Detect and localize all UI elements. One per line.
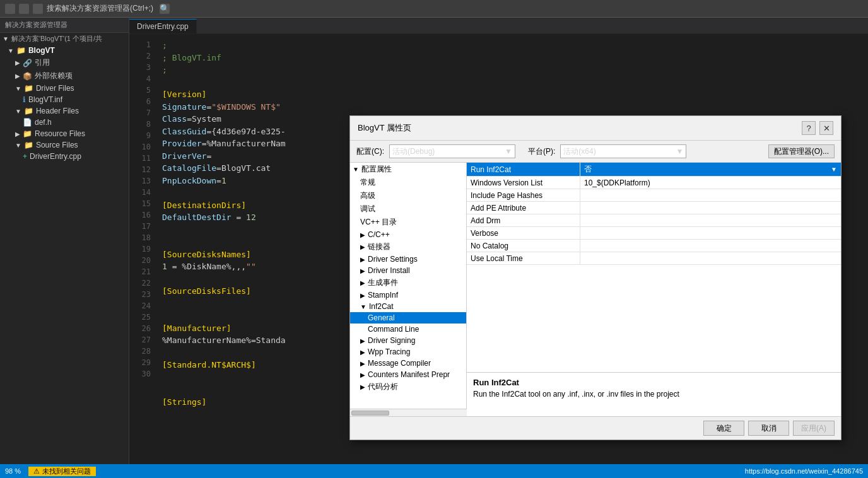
scrollbar-thumb: [351, 411, 389, 416]
tree-node-vc-dirs[interactable]: VC++ 目录: [350, 216, 466, 229]
prop-value-use-local-time: [580, 252, 841, 264]
dialog-overlay: BlogVT 属性页 ? ✕ 配置(C): 活动(Debug) ▼ 平台(P):…: [0, 0, 868, 478]
config-select-x64[interactable]: 活动(x64) ▼: [560, 144, 686, 158]
prop-row-use-local-time[interactable]: Use Local Time: [467, 252, 841, 265]
tree-node-linker[interactable]: ▶ 链接器: [350, 240, 466, 254]
prop-row-verbose[interactable]: Verbose: [467, 227, 841, 240]
tree-node-counters[interactable]: ▶ Counters Manifest Prepr: [350, 369, 466, 380]
tree-label-wpp: Wpp Tracing: [368, 347, 410, 356]
tree-node-driver-settings[interactable]: ▶ Driver Settings: [350, 254, 466, 265]
prop-name-windows-version: Windows Version List: [467, 177, 580, 189]
expand-icon-cpp: ▶: [360, 231, 365, 238]
tree-node-cpp[interactable]: ▶ C/C++: [350, 229, 466, 240]
prop-value-include-page-hashes: [580, 189, 841, 201]
config-value: 活动(Debug): [392, 146, 435, 157]
props-table: Run Inf2Cat 否 ▼ Windows Version List 10_…: [467, 163, 841, 372]
apply-button[interactable]: 应用(A): [793, 421, 835, 436]
prop-row-include-page-hashes[interactable]: Include Page Hashes: [467, 189, 841, 202]
tree-label-stampinf: StampInf: [368, 291, 398, 300]
tree-node-code-analysis[interactable]: ▶ 代码分析: [350, 380, 466, 393]
tree-label-config-props: 配置属性: [361, 164, 392, 175]
tree-label-msg-compiler: Message Compiler: [368, 359, 431, 368]
prop-name-add-drm: Add Drm: [467, 214, 580, 226]
tree-node-stampinf[interactable]: ▶ StampInf: [350, 289, 466, 301]
tree-node-build-events[interactable]: ▶ 生成事件: [350, 276, 466, 289]
prop-name-run-inf2cat: Run Inf2Cat: [467, 163, 580, 176]
tree-node-debug[interactable]: 调试: [350, 202, 466, 216]
prop-value-windows-version: 10_$(DDKPlatform): [580, 177, 841, 189]
tree-label-inf2cat: Inf2Cat: [369, 302, 394, 311]
prop-name-no-catalog: No Catalog: [467, 240, 580, 252]
prop-row-windows-version[interactable]: Windows Version List 10_$(DDKPlatform): [467, 177, 841, 189]
config-select-debug[interactable]: 活动(Debug) ▼: [389, 144, 515, 158]
expand-icon-counters: ▶: [360, 371, 365, 378]
dialog-props: Run Inf2Cat 否 ▼ Windows Version List 10_…: [467, 163, 841, 416]
tree-label-driver-install: Driver Install: [368, 266, 410, 275]
prop-name-verbose: Verbose: [467, 227, 580, 239]
properties-dialog: BlogVT 属性页 ? ✕ 配置(C): 活动(Debug) ▼ 平台(P):…: [349, 115, 842, 440]
tree-node-driver-install[interactable]: ▶ Driver Install: [350, 265, 466, 276]
expand-icon-stampinf: ▶: [360, 292, 365, 299]
tree-node-general[interactable]: 常规: [350, 176, 466, 189]
tree-node-msg-compiler[interactable]: ▶ Message Compiler: [350, 358, 466, 369]
dialog-title: BlogVT 属性页: [358, 122, 411, 134]
dialog-body: ▼ 配置属性 常规 高级 调试 VC++ 目录: [350, 163, 841, 416]
tree-node-general-inf2cat[interactable]: General: [350, 312, 466, 324]
tree-label-cpp: C/C++: [368, 230, 390, 239]
prop-value-verbose: [580, 227, 841, 239]
expand-icon-driver-signing: ▶: [360, 337, 365, 344]
prop-val-text-run-inf2cat: 否: [584, 164, 592, 175]
config-label: 配置(C):: [356, 146, 384, 157]
tree-node-config-props[interactable]: ▼ 配置属性: [350, 163, 466, 176]
expand-icon-linker: ▶: [360, 243, 365, 250]
tree-label-code-analysis: 代码分析: [368, 382, 398, 392]
platform-label: 平台(P):: [528, 146, 555, 157]
prop-value-no-catalog: [580, 240, 841, 252]
prop-row-no-catalog[interactable]: No Catalog: [467, 240, 841, 252]
prop-val-text-windows-version: 10_$(DDKPlatform): [584, 178, 650, 187]
ok-button[interactable]: 确定: [703, 421, 744, 436]
expand-icon-msg-compiler: ▶: [360, 360, 365, 367]
expand-icon-build-events: ▶: [360, 279, 365, 286]
prop-name-include-page-hashes: Include Page Hashes: [467, 189, 580, 201]
config-dropdown-arrow: ▼: [505, 147, 512, 156]
config-manager-button[interactable]: 配置管理器(O)...: [768, 144, 835, 158]
platform-value: 活动(x64): [563, 146, 595, 157]
prop-dropdown-arrow[interactable]: ▼: [831, 166, 837, 173]
tree-scrollbar[interactable]: [350, 409, 467, 416]
dialog-close-button[interactable]: ✕: [819, 121, 833, 135]
tree-node-advanced[interactable]: 高级: [350, 189, 466, 202]
prop-row-run-inf2cat[interactable]: Run Inf2Cat 否 ▼: [467, 163, 841, 177]
prop-value-add-drm: [580, 214, 841, 226]
tree-label-driver-settings: Driver Settings: [368, 255, 418, 264]
tree-label-vc-dirs: VC++ 目录: [360, 217, 397, 228]
dialog-description: Run Inf2Cat Run the Inf2Cat tool on any …: [467, 372, 841, 416]
prop-value-run-inf2cat: 否 ▼: [580, 163, 841, 176]
tree-label-command-line: Command Line: [368, 325, 419, 334]
tree-label-driver-signing: Driver Signing: [368, 336, 415, 345]
expand-icon-config: ▼: [353, 166, 359, 173]
tree-label-debug: 调试: [360, 204, 375, 214]
tree-label-general-inf2cat: General: [368, 313, 395, 322]
tree-node-inf2cat[interactable]: ▼ Inf2Cat: [350, 301, 466, 312]
cancel-button[interactable]: 取消: [748, 421, 789, 436]
dialog-title-bar: BlogVT 属性页 ? ✕: [350, 116, 841, 141]
prop-name-add-pe-attr: Add PE Attribute: [467, 202, 580, 214]
tree-node-driver-signing[interactable]: ▶ Driver Signing: [350, 335, 466, 346]
expand-icon-driver-settings: ▶: [360, 256, 365, 263]
prop-row-add-pe-attr[interactable]: Add PE Attribute: [467, 202, 841, 214]
dialog-help-button[interactable]: ?: [802, 121, 816, 135]
tree-label-build-events: 生成事件: [368, 277, 398, 288]
tree-node-command-line[interactable]: Command Line: [350, 324, 466, 335]
tree-label-advanced: 高级: [360, 190, 375, 201]
tree-label-linker: 链接器: [368, 242, 390, 252]
tree-node-wpp-tracing[interactable]: ▶ Wpp Tracing: [350, 346, 466, 358]
expand-icon-wpp: ▶: [360, 349, 365, 356]
prop-row-add-drm[interactable]: Add Drm: [467, 214, 841, 227]
desc-title: Run Inf2Cat: [473, 378, 835, 387]
expand-icon-driver-install: ▶: [360, 267, 365, 274]
platform-dropdown-arrow: ▼: [676, 147, 683, 156]
tree-label-counters: Counters Manifest Prepr: [368, 370, 450, 379]
dialog-title-buttons: ? ✕: [802, 121, 833, 135]
dialog-config-bar: 配置(C): 活动(Debug) ▼ 平台(P): 活动(x64) ▼ 配置管理…: [350, 141, 841, 163]
